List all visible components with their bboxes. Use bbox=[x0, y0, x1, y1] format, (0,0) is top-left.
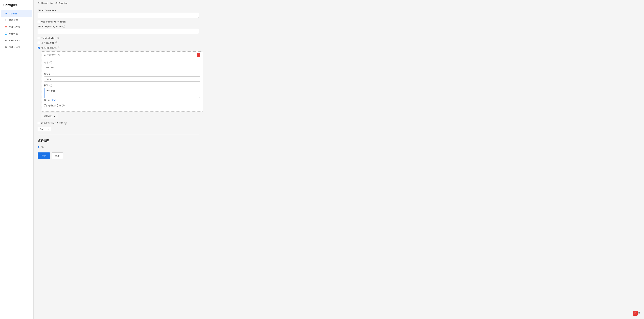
breadcrumb-sep-1: › bbox=[48, 2, 49, 4]
param-box: ≡ 字符参数 ? ✕ 名称 ? 默认值 bbox=[42, 52, 203, 112]
gitlab-connection-section: GitLab Connection ▼ bbox=[38, 9, 640, 18]
repo-name-label: GitLab Repository Name ? bbox=[38, 25, 640, 28]
breadcrumb-sep-2: › bbox=[54, 2, 54, 4]
none-radio-label[interactable]: 无 bbox=[41, 146, 44, 148]
steps-icon: ≡ bbox=[4, 39, 8, 42]
param-default-input[interactable] bbox=[44, 76, 200, 82]
discard-old-row: 丢弃旧的构建 ? bbox=[38, 41, 640, 44]
apply-button[interactable]: 应用 bbox=[52, 152, 63, 159]
param-close-button[interactable]: ✕ bbox=[196, 53, 200, 57]
sidebar-label-env: 构建环境 bbox=[9, 32, 18, 35]
param-name-input[interactable] bbox=[44, 65, 200, 70]
param-box-help-icon[interactable]: ? bbox=[57, 54, 60, 56]
source-icon: ⑂ bbox=[4, 19, 8, 22]
param-box-header: ≡ 字符参数 ? ✕ bbox=[42, 52, 203, 59]
sidebar-label-post: 构建后操作 bbox=[9, 46, 20, 49]
advanced-select-wrapper: 高级 ▼ bbox=[38, 127, 51, 131]
parameterize-label[interactable]: 参数化构建过程 ? bbox=[41, 46, 60, 49]
throttle-builds-help-icon[interactable]: ? bbox=[56, 36, 59, 39]
save-button[interactable]: 保存 bbox=[38, 152, 50, 159]
sidebar-label-steps: Build Steps bbox=[9, 39, 20, 42]
breadcrumb-config: Configuration bbox=[56, 2, 67, 4]
param-name-field: 名称 ? bbox=[44, 61, 200, 70]
triggers-icon: ⏰ bbox=[4, 26, 8, 28]
ime-s-label: S bbox=[633, 311, 638, 316]
trim-whitespace-row: 清除空白字符 ? bbox=[44, 104, 200, 107]
parameterize-checkbox[interactable] bbox=[38, 47, 40, 49]
parameterize-help-icon[interactable]: ? bbox=[58, 46, 60, 49]
alternative-credential-label[interactable]: Use alternative credential bbox=[41, 20, 66, 23]
plain-text-label: 纯文本 bbox=[44, 99, 50, 102]
trim-whitespace-label[interactable]: 清除空白字符 ? bbox=[48, 104, 65, 107]
param-default-label: 默认值 ? bbox=[44, 72, 200, 76]
discard-old-help-icon[interactable]: ? bbox=[56, 42, 58, 44]
breadcrumb-job[interactable]: job bbox=[50, 2, 53, 4]
sidebar-label-general: General bbox=[9, 12, 17, 15]
repo-name-input[interactable] bbox=[38, 29, 199, 34]
none-radio-row: 无 bbox=[38, 146, 640, 148]
sidebar-label-triggers: 构建触发器 bbox=[9, 26, 20, 28]
concurrent-builds-row: 在必要的时候并发构建 ? bbox=[38, 122, 640, 125]
post-icon: ⚙ bbox=[4, 46, 8, 49]
advanced-select[interactable]: 高级 bbox=[38, 127, 51, 131]
add-param-button[interactable]: 添加参数 ▼ bbox=[42, 114, 58, 119]
sidebar-item-source[interactable]: ⑂ 源码管理 bbox=[1, 17, 32, 24]
concurrent-builds-label[interactable]: 在必要的时候并发构建 ? bbox=[41, 122, 67, 125]
param-body: 名称 ? 默认值 ? 描述 ? bbox=[42, 59, 203, 112]
param-box-title: ≡ 字符参数 ? bbox=[44, 54, 60, 56]
param-name-label: 名称 ? bbox=[44, 61, 200, 64]
general-icon: ⚙ bbox=[4, 12, 8, 15]
breadcrumb: Dashboard › job › Configuration bbox=[34, 0, 644, 6]
throttle-builds-label[interactable]: Throttle builds ? bbox=[41, 36, 59, 39]
sidebar-item-post[interactable]: ⚙ 构建后操作 bbox=[1, 44, 32, 50]
param-desc-help-icon[interactable]: ? bbox=[50, 84, 52, 87]
sidebar-item-triggers[interactable]: ⏰ 构建触发器 bbox=[1, 24, 32, 30]
discard-old-checkbox[interactable] bbox=[38, 42, 40, 44]
repo-name-help-icon[interactable]: ? bbox=[62, 25, 65, 28]
content-area: GitLab Connection ▼ Use alternative cred… bbox=[34, 6, 644, 166]
gitlab-connection-select[interactable] bbox=[38, 12, 199, 18]
drag-handle-icon: ≡ bbox=[44, 54, 46, 56]
parameterize-row: 参数化构建过程 ? bbox=[38, 46, 640, 49]
alternative-credential-row: Use alternative credential bbox=[38, 20, 640, 23]
repo-name-section: GitLab Repository Name ? bbox=[38, 25, 640, 34]
sidebar-label-source: 源码管理 bbox=[9, 19, 18, 22]
param-default-help-icon[interactable]: ? bbox=[52, 73, 54, 76]
concurrent-builds-help-icon[interactable]: ? bbox=[64, 122, 67, 124]
discard-old-label[interactable]: 丢弃旧的构建 ? bbox=[41, 41, 58, 44]
preview-link[interactable]: 预览 bbox=[52, 99, 56, 102]
breadcrumb-dashboard[interactable]: Dashboard bbox=[38, 2, 48, 4]
sidebar-title: Configure bbox=[0, 3, 34, 10]
sidebar-item-general[interactable]: ⚙ General bbox=[1, 10, 32, 17]
none-radio[interactable] bbox=[38, 146, 40, 148]
advanced-section: 高级 ▼ bbox=[38, 127, 640, 131]
param-desc-label: 描述 ? bbox=[44, 84, 200, 87]
ime-indicator: S 中 bbox=[633, 311, 641, 316]
gitlab-connection-wrapper: ▼ bbox=[38, 12, 199, 18]
dropdown-arrow-icon: ▼ bbox=[54, 115, 56, 118]
throttle-builds-row: Throttle builds ? bbox=[38, 36, 640, 39]
plain-preview-row: 纯文本 预览 bbox=[44, 99, 200, 102]
gitlab-connection-label: GitLab Connection bbox=[38, 9, 640, 12]
source-section-title: 源码管理 bbox=[38, 139, 640, 143]
ime-zh-label: 中 bbox=[638, 312, 641, 315]
throttle-builds-checkbox[interactable] bbox=[38, 37, 40, 39]
trim-whitespace-help-icon[interactable]: ? bbox=[62, 104, 65, 107]
main-content: Dashboard › job › Configuration GitLab C… bbox=[34, 0, 644, 319]
env-icon: 🌐 bbox=[4, 32, 8, 35]
sidebar: Configure ⚙ General ⑂ 源码管理 ⏰ 构建触发器 🌐 构建环… bbox=[0, 0, 34, 319]
param-desc-textarea[interactable]: 字符参数 bbox=[44, 88, 200, 98]
concurrent-builds-checkbox[interactable] bbox=[38, 122, 40, 124]
param-default-field: 默认值 ? bbox=[44, 72, 200, 82]
alternative-credential-checkbox[interactable] bbox=[38, 21, 40, 23]
param-desc-field: 描述 ? 字符参数 纯文本 预览 bbox=[44, 84, 200, 102]
trim-whitespace-checkbox[interactable] bbox=[44, 104, 46, 107]
action-bar: 保存 应用 bbox=[38, 152, 640, 159]
sidebar-item-steps[interactable]: ≡ Build Steps bbox=[1, 37, 32, 44]
param-name-help-icon[interactable]: ? bbox=[50, 61, 52, 64]
sidebar-item-env[interactable]: 🌐 构建环境 bbox=[1, 30, 32, 37]
